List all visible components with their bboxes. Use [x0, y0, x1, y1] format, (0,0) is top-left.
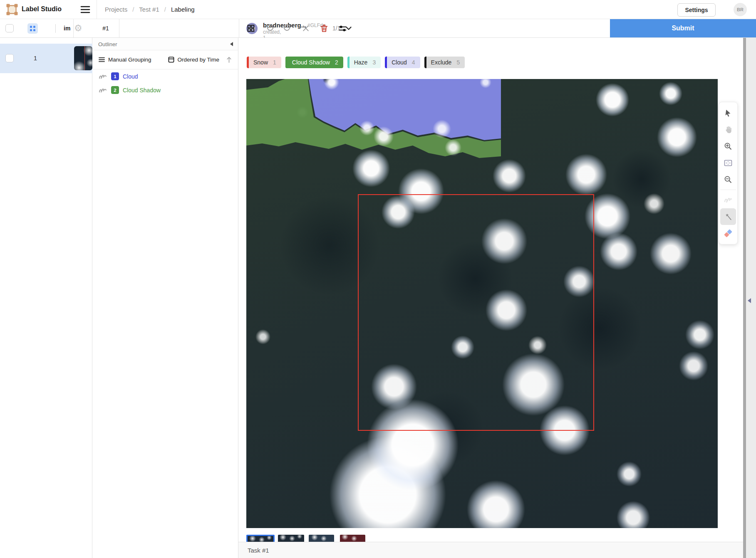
region-row-cloud-shadow[interactable]: 2 Cloud Shadow — [92, 83, 238, 97]
label-chip-cloud-shadow[interactable]: Cloud Shadow2 — [285, 57, 343, 68]
task-row[interactable]: 1 — [0, 44, 92, 73]
tool-zoom-out[interactable] — [720, 171, 736, 188]
breadcrumb-projects[interactable]: Projects — [105, 6, 127, 13]
grouping-dropdown[interactable]: Manual Grouping — [99, 57, 151, 63]
task-number: 1 — [0, 54, 71, 62]
region-label: Cloud Shadow — [123, 87, 161, 94]
view-all-icon[interactable] — [245, 23, 256, 34]
label-chip-snow[interactable]: Snow1 — [247, 57, 281, 68]
brush-region-icon — [99, 87, 107, 94]
label-chip-cloud[interactable]: Cloud4 — [385, 57, 420, 68]
user-avatar[interactable]: BR — [734, 3, 747, 16]
brush-region-icon — [99, 73, 107, 80]
group-icon — [99, 57, 105, 62]
reset-icon[interactable] — [300, 23, 311, 34]
label-accent-bar — [247, 57, 249, 68]
label-accent-bar — [385, 57, 387, 68]
label-name: Haze — [354, 59, 368, 66]
label-name: Exclude — [431, 59, 452, 66]
task-toolbar-row: im ⚙ #1 BR bradneuberg... #GLFdy created… — [0, 19, 756, 38]
label-studio-app: Label Studio Projects / Test #1 / Labeli… — [0, 0, 756, 558]
grid-view-icon — [30, 26, 35, 31]
label-name: Snow — [253, 59, 268, 66]
select-all-checkbox[interactable] — [5, 24, 14, 32]
undo-icon[interactable] — [264, 23, 275, 34]
ordering-dropdown[interactable]: Ordered by Time — [168, 57, 220, 63]
label-hotkey: 5 — [456, 59, 460, 66]
breadcrumb-separator: / — [132, 6, 134, 13]
selection-rectangle[interactable] — [358, 194, 594, 431]
tool-eraser[interactable] — [720, 225, 736, 242]
gear-icon[interactable]: ⚙ — [74, 22, 82, 34]
tab-annotation-1[interactable]: #1 — [92, 19, 119, 37]
canvas-tools-panel — [719, 102, 738, 244]
collapse-right-panel-icon[interactable] — [748, 298, 751, 303]
settings-sliders-icon[interactable] — [337, 23, 348, 34]
grouping-label: Manual Grouping — [108, 57, 151, 63]
region-row-cloud[interactable]: 1 Cloud — [92, 69, 238, 83]
label-name: Cloud Shadow — [292, 59, 330, 66]
label-studio-logo-icon[interactable] — [6, 4, 18, 15]
sort-direction-icon[interactable] — [226, 56, 232, 63]
breadcrumb-separator: / — [164, 6, 166, 13]
tool-fit-screen[interactable] — [720, 155, 736, 171]
tool-zoom-in[interactable] — [720, 138, 736, 155]
grid-view-toggle[interactable] — [27, 23, 38, 34]
label-chips: Snow1 Cloud Shadow2 Haze3 Cloud4 Exclude… — [247, 57, 465, 68]
outliner-controls: Manual Grouping Ordered by Time — [92, 50, 238, 69]
vertical-scrollbar[interactable] — [743, 38, 746, 558]
satellite-image-canvas[interactable] — [246, 79, 718, 528]
outliner-panel: Outliner Manual Grouping Ordered by Time… — [92, 38, 238, 558]
order-icon — [168, 57, 174, 63]
label-chip-haze[interactable]: Haze3 — [347, 57, 381, 68]
label-hotkey: 4 — [412, 59, 415, 66]
annotator-block[interactable]: BR bradneuberg... #GLFdy created, 1 minu… — [119, 19, 239, 37]
app-header: Label Studio Projects / Test #1 / Labeli… — [0, 0, 756, 19]
ordering-label: Ordered by Time — [178, 57, 220, 63]
label-name: Cloud — [392, 59, 407, 66]
menu-hamburger-icon[interactable] — [80, 5, 90, 14]
label-hotkey: 1 — [273, 59, 276, 66]
tool-magic-wand[interactable] — [720, 208, 736, 225]
annotation-toolbar — [245, 19, 348, 37]
divider — [73, 19, 74, 37]
tool-brush[interactable] — [720, 192, 736, 208]
tools-divider — [720, 190, 736, 190]
column-header-image: im — [64, 25, 73, 32]
collapse-left-icon[interactable] — [230, 42, 233, 46]
tool-pan[interactable] — [720, 121, 736, 138]
region-label: Cloud — [123, 73, 138, 80]
outliner-title: Outliner — [98, 41, 117, 47]
label-accent-bar — [285, 57, 288, 68]
annotation-workspace: Snow1 Cloud Shadow2 Haze3 Cloud4 Exclude… — [238, 38, 756, 558]
header-divider — [97, 0, 97, 19]
tool-cursor[interactable] — [720, 105, 736, 121]
label-accent-bar — [424, 57, 426, 68]
task-list-panel: 1 — [0, 38, 92, 558]
divider — [55, 24, 56, 33]
label-accent-bar — [347, 57, 349, 68]
region-index-badge: 1 — [111, 72, 119, 80]
task-footer-bar: Task #1 — [238, 542, 756, 558]
task-thumbnail — [74, 46, 92, 70]
breadcrumb-project[interactable]: Test #1 — [139, 6, 159, 13]
breadcrumb: Projects / Test #1 / Labeling — [105, 6, 195, 13]
app-title: Label Studio — [22, 5, 62, 13]
label-chip-exclude[interactable]: Exclude5 — [424, 57, 465, 68]
channel-thumbnails — [246, 535, 365, 542]
breadcrumb-page: Labeling — [171, 6, 195, 13]
label-hotkey: 2 — [335, 59, 338, 66]
outliner-header: Outliner — [92, 38, 238, 50]
task-footer-label: Task #1 — [248, 547, 269, 554]
settings-button[interactable]: Settings — [677, 3, 716, 17]
region-index-badge: 2 — [111, 86, 119, 94]
submit-button[interactable]: Submit — [610, 19, 756, 37]
delete-icon[interactable] — [319, 23, 330, 34]
label-hotkey: 3 — [372, 59, 376, 66]
redo-icon[interactable] — [282, 23, 293, 34]
